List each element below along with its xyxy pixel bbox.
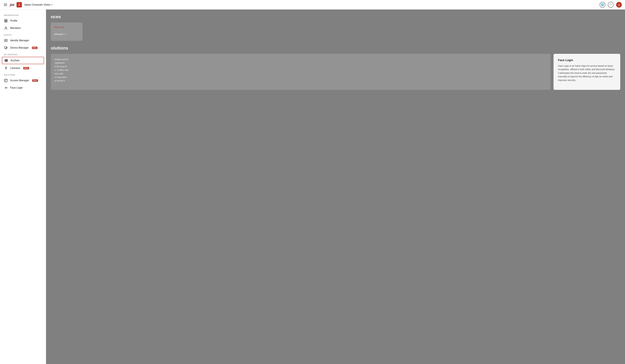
- anysee-icon: [4, 59, 8, 62]
- svg-rect-2: [4, 21, 6, 22]
- chevron-down-icon: ▾: [51, 4, 52, 6]
- see-more-link[interactable]: See more: [54, 26, 79, 29]
- sidebar-item-anysee[interactable]: AnySee: [2, 57, 44, 64]
- app-header: jcv J Japan Computer Vision ▾ 🌐 ? y: [0, 0, 625, 9]
- face-login-card-title: Face Login: [558, 59, 616, 62]
- sidebar-item-label-liveness: Liveness: [10, 67, 20, 69]
- top-section-title: nces: [51, 14, 620, 19]
- top-section: nces See more ortheast-1 ›: [51, 14, 620, 41]
- sidebar-section-api-services: API SERVICES: [0, 51, 46, 57]
- sidebar-item-device-manager[interactable]: Device Manager Beta: [0, 44, 46, 51]
- solution-cards-row: erated accessregisteredh the best AIs. I…: [51, 54, 620, 90]
- sidebar-item-access-manager[interactable]: Access Manager Beta: [0, 77, 46, 84]
- sidebar-item-face-login[interactable]: Face Login: [0, 84, 46, 91]
- svg-rect-15: [4, 79, 7, 82]
- sidebar-item-identity-manager[interactable]: Identity Manager: [0, 37, 46, 44]
- svg-point-4: [5, 27, 6, 28]
- svg-rect-0: [4, 19, 6, 21]
- region-row: ortheast-1 ›: [54, 30, 79, 38]
- header-right: 🌐 ? y: [600, 2, 622, 8]
- access-manager-icon: [4, 79, 8, 82]
- main-layout: ORGANIZATION Profile Members: [0, 9, 625, 364]
- org-name-dropdown[interactable]: Japan Computer Vision ▾: [24, 3, 52, 6]
- identity-manager-icon: [4, 39, 8, 42]
- svg-point-18: [5, 87, 6, 89]
- top-card-row: See more ortheast-1 ›: [51, 23, 620, 41]
- device-manager-beta-badge: Beta: [32, 47, 38, 49]
- logo: jcv: [10, 3, 14, 7]
- see-more-card: See more ortheast-1 ›: [51, 23, 83, 41]
- profile-icon: [4, 19, 8, 23]
- org-badge: J: [17, 2, 22, 7]
- chevron-right-icon: ›: [66, 32, 67, 35]
- sidebar-item-profile[interactable]: Profile: [0, 17, 46, 25]
- liveness-icon: [4, 66, 8, 70]
- sidebar-item-label-anysee: AnySee: [10, 59, 19, 62]
- sidebar-section-organization: ORGANIZATION: [0, 12, 46, 17]
- sidebar-section-assets: ASSETS: [0, 32, 46, 37]
- left-card-text: erated accessregisteredh the best AIs. I…: [55, 58, 547, 86]
- sidebar-item-label-members: Members: [10, 27, 21, 30]
- svg-rect-10: [6, 47, 7, 48]
- solutions-title: olutions: [51, 46, 620, 51]
- svg-rect-3: [6, 21, 7, 22]
- device-manager-icon: [4, 46, 8, 50]
- left-solution-card: erated accessregisteredh the best AIs. I…: [51, 54, 550, 90]
- access-manager-beta-badge: Beta: [32, 79, 38, 82]
- help-icon-button[interactable]: ?: [608, 2, 614, 8]
- sidebar-item-label-identity-manager: Identity Manager: [10, 39, 29, 42]
- sidebar-item-liveness[interactable]: Liveness Beta: [0, 64, 46, 72]
- globe-icon-button[interactable]: 🌐: [600, 2, 605, 8]
- svg-rect-1: [6, 19, 7, 21]
- svg-point-14: [6, 67, 6, 67]
- sidebar-item-label-access-manager: Access Manager: [10, 79, 29, 82]
- sidebar-item-label-face-login: Face Login: [10, 86, 23, 89]
- solutions-section: olutions erated accessregisteredh the be…: [51, 46, 620, 90]
- members-icon: [4, 26, 8, 30]
- sidebar-item-label-device-manager: Device Manager: [10, 46, 29, 49]
- face-login-card-description: Face Login is an Same Sign-On service ba…: [558, 64, 616, 82]
- sidebar-section-solutions: SOLUTIONS: [0, 72, 46, 77]
- sidebar-item-members[interactable]: Members: [0, 25, 46, 32]
- main-content-area: nces See more ortheast-1 › olutions erat…: [46, 9, 625, 364]
- header-left: jcv J Japan Computer Vision ▾: [3, 2, 600, 7]
- face-login-icon: [4, 86, 8, 90]
- liveness-beta-badge: Beta: [23, 67, 29, 69]
- face-login-card: Face Login Face Login is an Same Sign-On…: [554, 54, 620, 90]
- user-avatar[interactable]: y: [616, 2, 622, 8]
- sidebar: ORGANIZATION Profile Members: [0, 9, 46, 364]
- svg-point-6: [5, 40, 6, 41]
- sidebar-item-label-profile: Profile: [10, 19, 17, 22]
- hamburger-menu-button[interactable]: [3, 3, 8, 6]
- region-text: ortheast-1: [54, 33, 65, 35]
